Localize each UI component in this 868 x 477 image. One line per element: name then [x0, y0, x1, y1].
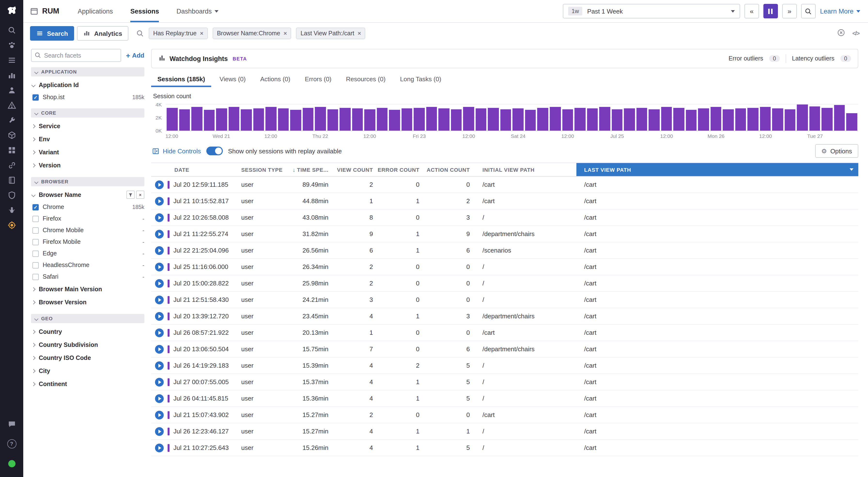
facet-version[interactable]: Version — [31, 159, 144, 172]
watchdog-insights-card[interactable]: Watchdog Insights BETA Error outliers 0 … — [151, 49, 858, 68]
tab-views-0[interactable]: Views (0) — [213, 71, 252, 87]
table-row[interactable]: Jul 21 10:27:25.643user15.26min415//cart — [151, 440, 858, 456]
nav-item-dashboards[interactable]: Dashboards — [177, 0, 219, 22]
table-row[interactable]: Jul 22 10:26:58.008user43.08min803//cart — [151, 209, 858, 226]
facet-service[interactable]: Service — [31, 120, 144, 133]
table-row[interactable]: Jul 21 11:22:55.274user31.82min919/depar… — [151, 226, 858, 242]
watchdog-icon[interactable] — [4, 38, 20, 52]
zoom-search-button[interactable] — [801, 4, 816, 19]
table-row[interactable]: Jul 22 21:25:04.096user26.56min616/scena… — [151, 242, 858, 259]
tab-sessions-185k[interactable]: Sessions (185k) — [151, 71, 211, 87]
code-view-icon[interactable]: </> — [852, 30, 859, 37]
search-icon[interactable] — [4, 23, 20, 37]
filter-pill-browser-name-chrome[interactable]: Browser Name:Chrome× — [213, 28, 291, 39]
checkbox-unchecked[interactable] — [32, 262, 39, 268]
facet-group-core[interactable]: CORE — [31, 108, 144, 117]
replay-play-button[interactable] — [155, 312, 164, 320]
facet-search-input[interactable] — [31, 49, 121, 62]
facet-city[interactable]: City — [31, 364, 144, 377]
filter-pill-has-replay-true[interactable]: Has Replay:true× — [149, 28, 208, 39]
replay-play-button[interactable] — [155, 230, 164, 238]
time-range-selector[interactable]: 1w Past 1 Week — [563, 4, 740, 19]
latency-outliers-label[interactable]: Latency outliers — [792, 55, 834, 62]
facet-country[interactable]: Country — [31, 325, 144, 338]
nav-item-sessions[interactable]: Sessions — [130, 0, 159, 22]
metrics-icon[interactable] — [4, 68, 20, 82]
table-row[interactable]: Jul 26 08:57:21.922user20.13min100/cart/… — [151, 325, 858, 341]
facet-country-subdivision[interactable]: Country Subdivision — [31, 338, 144, 351]
checkbox-checked[interactable]: ✓ — [32, 204, 39, 210]
error-outliers-label[interactable]: Error outliers — [728, 55, 763, 62]
notebooks-icon[interactable] — [4, 173, 20, 187]
search-mode-button[interactable]: Search — [30, 26, 74, 41]
facet-env[interactable]: Env — [31, 133, 144, 146]
checkbox-checked[interactable]: ✓ — [32, 94, 39, 100]
filter-pill-last-view-path-cart[interactable]: Last View Path:/cart× — [296, 28, 366, 39]
facet-browser-main-version[interactable]: Browser Main Version — [31, 282, 144, 296]
forward-button[interactable]: » — [782, 4, 797, 19]
col-view-count[interactable]: VIEW COUNT — [332, 167, 377, 172]
integrations-icon[interactable] — [4, 158, 20, 172]
replay-play-button[interactable] — [155, 279, 164, 287]
replay-play-button[interactable] — [155, 197, 164, 205]
replay-play-button[interactable] — [155, 410, 164, 419]
facet-browser-name[interactable]: Browser Name× — [31, 188, 144, 201]
facet-option-headlesschrome[interactable]: HeadlessChrome- — [31, 259, 144, 271]
session-count-chart[interactable]: 0K2K4K — [151, 103, 858, 131]
infrastructure-icon[interactable] — [4, 128, 20, 142]
facet-option-chrome[interactable]: ✓Chrome185k — [31, 201, 144, 213]
facet-group-application[interactable]: APPLICATION — [31, 67, 144, 76]
options-button[interactable]: ⚙ Options — [815, 144, 858, 158]
table-row[interactable]: Jul 26 14:19:29.183user15.39min425//cart — [151, 357, 858, 374]
replay-play-button[interactable] — [155, 180, 164, 189]
table-row[interactable]: Jul 20 15:00:28.822user25.98min200//cart — [151, 275, 858, 292]
replay-play-button[interactable] — [155, 328, 164, 337]
col-action-count[interactable]: ACTION COUNT — [423, 167, 474, 172]
replay-play-button[interactable] — [155, 361, 164, 370]
tab-errors-0[interactable]: Errors (0) — [299, 71, 338, 87]
table-row[interactable]: Jul 20 12:59:11.185user89.49min200/cart/… — [151, 177, 858, 193]
col-date[interactable]: DATE — [167, 167, 241, 172]
facet-option-safari[interactable]: Safari- — [31, 271, 144, 282]
facet-filter-icon[interactable] — [126, 191, 135, 199]
replay-play-button[interactable] — [155, 378, 164, 386]
replay-play-button[interactable] — [155, 213, 164, 222]
checkbox-unchecked[interactable] — [32, 274, 39, 280]
tab-actions-0[interactable]: Actions (0) — [254, 71, 297, 87]
replay-play-button[interactable] — [155, 246, 164, 255]
tab-long-tasks-0[interactable]: Long Tasks (0) — [394, 71, 447, 87]
table-row[interactable]: Jul 25 11:16:06.000user26.34min200//cart — [151, 259, 858, 275]
table-row[interactable]: Jul 20 13:39:12.720user23.45min413/depar… — [151, 308, 858, 325]
clear-filters-icon[interactable] — [837, 28, 845, 38]
rewind-button[interactable]: « — [744, 4, 759, 19]
add-facet-button[interactable]: + Add — [126, 51, 144, 60]
col-time-spent[interactable]: ↓TIME SPE... — [290, 167, 332, 172]
facet-browser-version[interactable]: Browser Version — [31, 296, 144, 309]
facet-variant[interactable]: Variant — [31, 146, 144, 159]
status-icon[interactable] — [4, 456, 20, 471]
remove-filter-icon[interactable]: × — [358, 30, 361, 37]
table-row[interactable]: Jul 26 12:23:46.127user15.27min411//cart — [151, 423, 858, 440]
table-row[interactable]: Jul 21 15:07:43.902user15.27min200/cart/… — [151, 407, 858, 423]
facet-option-shop-ist[interactable]: ✓Shop.ist185k — [31, 92, 144, 103]
logs-icon[interactable] — [4, 53, 20, 67]
replay-play-button[interactable] — [155, 263, 164, 271]
replay-play-button[interactable] — [155, 295, 164, 304]
query-bar[interactable]: Has Replay:true×Browser Name:Chrome×Last… — [131, 28, 834, 39]
facet-clear-icon[interactable]: × — [136, 191, 144, 199]
synthetics-icon[interactable] — [4, 113, 20, 127]
ci-icon[interactable] — [4, 203, 20, 217]
replay-play-button[interactable] — [155, 394, 164, 403]
analytics-mode-button[interactable]: Analytics — [77, 26, 129, 41]
help-icon[interactable]: ? — [4, 436, 20, 451]
tab-resources-0[interactable]: Resources (0) — [340, 71, 392, 87]
product-switcher[interactable]: RUM — [30, 0, 59, 22]
checkbox-unchecked[interactable] — [32, 215, 39, 222]
replay-play-button[interactable] — [155, 345, 164, 353]
col-session-type[interactable]: SESSION TYPE — [241, 167, 290, 172]
dashboards-icon[interactable] — [4, 143, 20, 157]
facet-option-firefox-mobile[interactable]: Firefox Mobile- — [31, 236, 144, 248]
table-row[interactable]: Jul 21 10:15:52.817user44.88min112/cart/… — [151, 193, 858, 209]
checkbox-unchecked[interactable] — [32, 250, 39, 257]
table-row[interactable]: Jul 26 04:11:45.815user15.36min415//cart — [151, 390, 858, 407]
